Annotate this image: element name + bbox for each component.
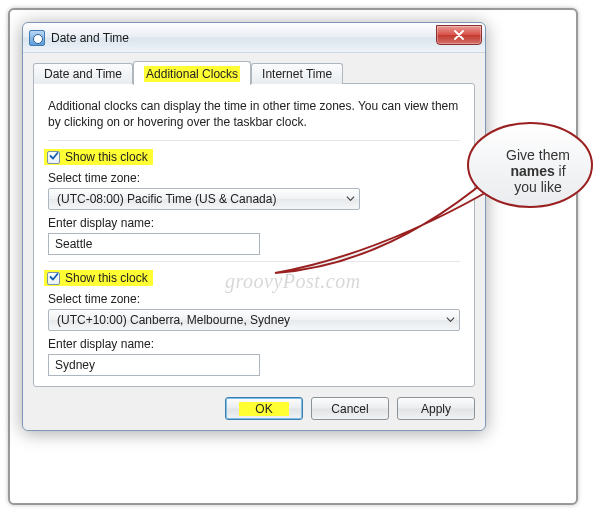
titlebar: Date and Time (23, 23, 485, 53)
close-button[interactable] (436, 25, 482, 45)
cancel-button[interactable]: Cancel (311, 397, 389, 420)
tab-label: Internet Time (262, 67, 332, 81)
check-icon (49, 271, 59, 285)
ok-label: OK (239, 402, 288, 416)
chevron-down-icon (346, 192, 355, 206)
chevron-down-icon (446, 313, 455, 327)
tz-2-label: Select time zone: (48, 292, 460, 306)
svg-point-0 (468, 123, 592, 207)
apply-button[interactable]: Apply (397, 397, 475, 420)
tz-1-label: Select time zone: (48, 171, 460, 185)
check-icon (49, 150, 59, 164)
button-row: OK Cancel Apply (33, 387, 475, 420)
displayname-2-value: Sydney (55, 358, 95, 372)
apply-label: Apply (421, 402, 451, 416)
window-title: Date and Time (51, 31, 129, 45)
show-clock-1-checkbox[interactable] (47, 151, 60, 164)
displayname-1-label: Enter display name: (48, 216, 460, 230)
screenshot-frame: Date and Time Date and Time Additional C… (8, 8, 578, 505)
description-text: Additional clocks can display the time i… (48, 98, 460, 130)
ok-button[interactable]: OK (225, 397, 303, 420)
dialog-client: Date and Time Additional Clocks Internet… (23, 53, 485, 430)
clock-1-group: Show this clock Select time zone: (UTC-0… (48, 140, 460, 255)
tab-date-and-time[interactable]: Date and Time (33, 63, 133, 84)
date-time-icon (29, 30, 45, 46)
cancel-label: Cancel (331, 402, 368, 416)
tab-internet-time[interactable]: Internet Time (251, 63, 343, 84)
tab-label: Additional Clocks (144, 66, 240, 82)
callout-line1: Give them (483, 147, 593, 163)
tab-additional-clocks[interactable]: Additional Clocks (133, 61, 251, 85)
displayname-1-input[interactable]: Seattle (48, 233, 260, 255)
displayname-1-value: Seattle (55, 237, 92, 251)
tab-label: Date and Time (44, 67, 122, 81)
show-clock-2-checkbox[interactable] (47, 272, 60, 285)
timezone-1-combobox[interactable]: (UTC-08:00) Pacific Time (US & Canada) (48, 188, 360, 210)
show-clock-1-label: Show this clock (65, 150, 148, 164)
callout-bold: names (510, 163, 554, 179)
timezone-2-value: (UTC+10:00) Canberra, Melbourne, Sydney (57, 313, 290, 327)
displayname-2-input[interactable]: Sydney (48, 354, 260, 376)
date-and-time-dialog: Date and Time Date and Time Additional C… (22, 22, 486, 431)
callout-line3: you like (483, 179, 593, 195)
timezone-1-value: (UTC-08:00) Pacific Time (US & Canada) (57, 192, 276, 206)
tabpanel-additional-clocks: Additional clocks can display the time i… (33, 83, 475, 387)
show-clock-2-label: Show this clock (65, 271, 148, 285)
close-icon (454, 28, 464, 43)
clock-2-group: Show this clock Select time zone: (UTC+1… (48, 261, 460, 376)
tabstrip: Date and Time Additional Clocks Internet… (33, 61, 475, 84)
callout-line2-rest: if (555, 163, 566, 179)
timezone-2-combobox[interactable]: (UTC+10:00) Canberra, Melbourne, Sydney (48, 309, 460, 331)
displayname-2-label: Enter display name: (48, 337, 460, 351)
